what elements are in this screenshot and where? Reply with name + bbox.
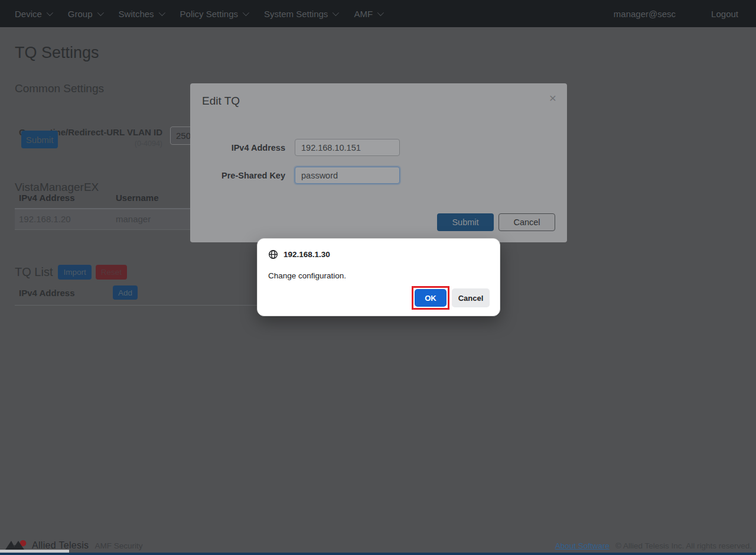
tq-list-heading: TQ List xyxy=(15,265,53,279)
close-icon[interactable]: × xyxy=(549,92,556,104)
nav-item-label: AMF xyxy=(354,9,373,19)
cell-ipv4: 192.168.1.20 xyxy=(15,214,112,224)
nav-item-policy-settings[interactable]: Policy Settings xyxy=(172,0,256,27)
dialog-message: Change configuration. xyxy=(268,271,346,280)
footer: Allied Telesis AMF Security About Softwa… xyxy=(0,535,756,555)
ipv4-address-input[interactable] xyxy=(295,139,400,156)
nav-item-label: Group xyxy=(68,9,93,19)
logout-button[interactable]: Logout xyxy=(703,9,747,19)
modal-cancel-button[interactable]: Cancel xyxy=(498,213,555,231)
nav-item-amf[interactable]: AMF xyxy=(346,0,390,27)
nav-item-switches[interactable]: Switches xyxy=(110,0,172,27)
modal-field-psk: Pre-Shared Key xyxy=(202,167,400,184)
nav-item-group[interactable]: Group xyxy=(60,0,110,27)
edit-tq-modal: Edit TQ × IPv4 Address Pre-Shared Key Su… xyxy=(190,83,567,242)
nav-item-system-settings[interactable]: System Settings xyxy=(256,0,346,27)
footer-links: About Software © Allied Telesis Inc. All… xyxy=(555,541,752,550)
nav-item-label: Policy Settings xyxy=(180,9,238,19)
nav-item-label: System Settings xyxy=(264,9,328,19)
top-navbar: Device Group Switches Policy Settings Sy… xyxy=(0,0,756,27)
tq-list-header: TQ List Import Reset xyxy=(15,265,127,280)
modal-title: Edit TQ xyxy=(202,95,240,108)
allied-telesis-logo-icon xyxy=(5,539,28,551)
add-button[interactable]: Add xyxy=(113,285,138,300)
footer-accent-bar xyxy=(0,553,756,555)
browser-confirm-dialog: 192.168.1.30 Change configuration. OK Ca… xyxy=(257,238,500,316)
confirm-dialog-header: 192.168.1.30 xyxy=(268,249,330,259)
modal-field-ipv4: IPv4 Address xyxy=(202,139,400,156)
import-button[interactable]: Import xyxy=(58,265,91,280)
about-software-link[interactable]: About Software xyxy=(555,541,610,550)
page-title: TQ Settings xyxy=(15,44,756,62)
dialog-cancel-button[interactable]: Cancel xyxy=(452,288,490,307)
chevron-down-icon xyxy=(333,9,339,16)
chevron-down-icon xyxy=(377,9,384,16)
chevron-down-icon xyxy=(243,9,249,16)
pre-shared-key-label: Pre-Shared Key xyxy=(202,171,285,180)
nav-item-label: Device xyxy=(15,9,42,19)
product-name: AMF Security xyxy=(94,541,142,551)
modal-submit-button[interactable]: Submit xyxy=(437,213,494,231)
tq-ipv4-column-label: IPv4 Address xyxy=(15,288,113,298)
column-header-ipv4: IPv4 Address xyxy=(15,193,112,203)
nav-right: manager@sesc Logout xyxy=(605,9,747,19)
nav-menu: Device Group Switches Policy Settings Sy… xyxy=(6,0,390,27)
tq-list-add-row: IPv4 Address Add xyxy=(15,285,281,306)
common-settings-submit-button[interactable]: Submit xyxy=(21,131,58,148)
chevron-down-icon xyxy=(97,9,103,16)
logged-in-user: manager@sesc xyxy=(605,9,684,19)
reset-button[interactable]: Reset xyxy=(96,265,127,280)
globe-icon xyxy=(268,249,278,259)
dialog-origin: 192.168.1.30 xyxy=(284,250,330,259)
chevron-down-icon xyxy=(47,9,53,16)
chevron-down-icon xyxy=(158,9,165,16)
ok-highlight-annotation: OK xyxy=(412,286,449,310)
pre-shared-key-input[interactable] xyxy=(295,167,400,184)
footer-brand-block: Allied Telesis AMF Security xyxy=(5,539,142,551)
dialog-ok-button[interactable]: OK xyxy=(415,289,447,307)
brand-name: Allied Telesis xyxy=(32,540,89,551)
nav-item-label: Switches xyxy=(119,9,154,19)
ipv4-address-label: IPv4 Address xyxy=(202,143,285,152)
nav-item-device[interactable]: Device xyxy=(6,0,60,27)
copyright-text: © Allied Telesis Inc. All rights reserve… xyxy=(615,541,752,550)
